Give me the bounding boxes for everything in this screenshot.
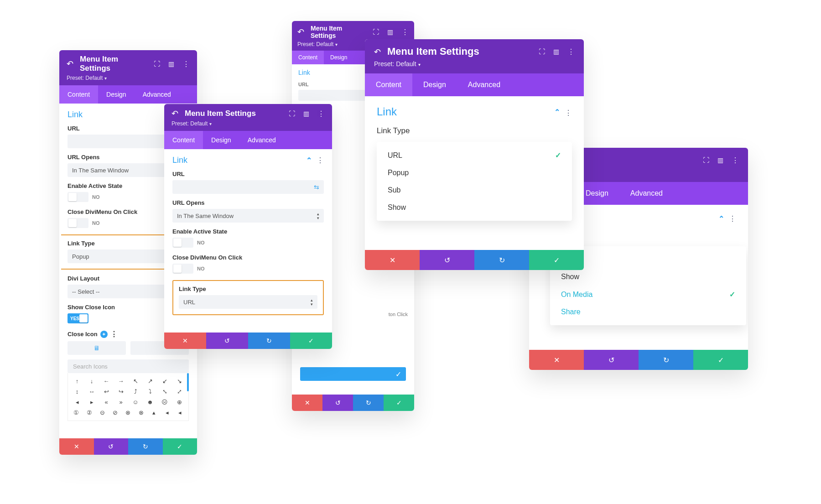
icon-cell[interactable]: ⊗ <box>123 409 133 416</box>
dropdown-item-show[interactable]: Show <box>377 199 572 216</box>
columns-icon[interactable] <box>168 60 174 68</box>
icon-cell[interactable]: ◂ <box>162 409 172 416</box>
enable-active-toggle[interactable]: NO <box>68 192 100 202</box>
icon-cell[interactable]: ⤵ <box>145 388 155 395</box>
icon-cell[interactable]: ① <box>71 409 81 416</box>
expand-icon[interactable] <box>373 28 379 36</box>
tab-content[interactable]: Content <box>59 85 98 104</box>
close-on-click-toggle[interactable]: NO <box>68 218 100 228</box>
undo-button[interactable] <box>584 350 639 370</box>
tab-advanced[interactable]: Advanced <box>619 182 674 205</box>
tab-content[interactable]: Content <box>292 51 324 64</box>
close-button[interactable] <box>59 438 94 455</box>
redo-button[interactable] <box>248 333 290 349</box>
dynamic-content-icon[interactable] <box>314 183 319 191</box>
expand-icon[interactable] <box>289 109 295 118</box>
kebab-icon[interactable] <box>317 156 324 165</box>
icon-cell[interactable]: ↩ <box>101 388 111 395</box>
undo-button[interactable] <box>94 438 129 455</box>
dropdown-item-popup[interactable]: Popup <box>377 164 572 182</box>
url-input[interactable] <box>172 180 324 194</box>
icon-cell[interactable]: ↖ <box>130 378 140 384</box>
icon-cell[interactable]: ↙ <box>160 378 170 384</box>
columns-icon[interactable] <box>717 156 723 164</box>
save-button[interactable] <box>384 395 414 411</box>
icon-cell[interactable]: ◂ <box>175 409 185 416</box>
kebab-icon[interactable] <box>732 156 739 165</box>
close-button[interactable] <box>164 333 206 349</box>
save-button[interactable] <box>290 333 332 349</box>
icon-cell[interactable]: ▴ <box>149 409 159 416</box>
close-button[interactable] <box>365 250 420 270</box>
tab-design[interactable]: Design <box>324 51 353 64</box>
preset-selector[interactable]: Preset: Default <box>374 60 421 68</box>
preset-selector[interactable]: Preset: Default <box>67 75 107 81</box>
redo-button[interactable] <box>128 438 163 455</box>
icon-cell[interactable]: → <box>116 378 126 384</box>
close-button[interactable] <box>529 350 584 370</box>
icon-cell[interactable]: ⊗ <box>136 409 146 416</box>
preset-selector[interactable]: Preset: Default <box>171 120 212 127</box>
icon-cell[interactable]: ↑ <box>72 378 82 384</box>
reset-style-icon[interactable] <box>100 331 108 338</box>
collapse-icon[interactable] <box>554 108 560 116</box>
tab-design[interactable]: Design <box>412 73 457 96</box>
dropdown-item-sub[interactable]: Sub <box>377 182 572 199</box>
dropdown-item-show[interactable]: Show <box>550 268 746 286</box>
redo-button[interactable] <box>474 250 529 270</box>
tab-design[interactable]: Design <box>98 85 135 104</box>
kebab-icon[interactable] <box>182 60 190 68</box>
tab-design[interactable]: Design <box>203 131 239 149</box>
dropdown-item-onmedia[interactable]: On Media <box>550 286 746 303</box>
icon-cell[interactable]: ⊝ <box>97 409 107 416</box>
tab-advanced[interactable]: Advanced <box>457 73 511 96</box>
tab-content[interactable]: Content <box>365 73 412 96</box>
link-type-select[interactable]: URL <box>179 295 317 309</box>
kebab-icon[interactable] <box>110 330 118 338</box>
icon-cell[interactable]: ⊘ <box>110 409 120 416</box>
undo-button[interactable] <box>322 395 353 411</box>
kebab-icon[interactable] <box>317 109 325 118</box>
expand-icon[interactable] <box>539 47 545 56</box>
icon-search-input[interactable]: Search Icons <box>68 359 189 373</box>
columns-icon[interactable] <box>387 28 393 36</box>
dropdown-item-url[interactable]: URL <box>377 146 572 164</box>
columns-icon[interactable] <box>553 47 559 56</box>
close-button[interactable] <box>292 395 322 411</box>
collapse-icon[interactable] <box>306 156 312 165</box>
section-link[interactable]: Link <box>377 105 572 118</box>
redo-button[interactable] <box>639 350 693 370</box>
icon-cell[interactable]: ⤴ <box>130 388 140 395</box>
kebab-icon[interactable] <box>565 105 572 118</box>
desktop-tab[interactable] <box>68 341 126 355</box>
icon-cell[interactable]: ☹ <box>160 399 170 405</box>
icon-cell[interactable]: ↘ <box>174 378 184 384</box>
icon-cell[interactable]: ⤡ <box>160 388 170 395</box>
icon-cell[interactable]: ↪ <box>116 388 126 395</box>
save-button[interactable] <box>693 350 748 370</box>
columns-icon[interactable] <box>303 109 309 118</box>
icon-cell[interactable]: ☺ <box>130 399 140 405</box>
undo-button[interactable] <box>206 333 248 349</box>
dropdown-item-share[interactable]: Share <box>550 303 746 321</box>
icon-cell[interactable]: ▸ <box>87 399 97 405</box>
icon-cell[interactable]: ↓ <box>87 378 97 384</box>
icon-cell[interactable]: ☻ <box>145 399 155 405</box>
icon-cell[interactable]: ② <box>84 409 94 416</box>
tab-advanced[interactable]: Advanced <box>135 85 179 104</box>
icon-cell[interactable]: ← <box>101 378 111 384</box>
expand-icon[interactable] <box>154 60 160 68</box>
undo-button[interactable] <box>420 250 474 270</box>
redo-button[interactable] <box>353 395 384 411</box>
icon-cell[interactable]: ⤢ <box>174 388 184 395</box>
icon-cell[interactable]: » <box>116 399 126 405</box>
icon-cell[interactable]: ◂ <box>72 399 82 405</box>
close-on-click-toggle[interactable]: NO <box>172 264 205 274</box>
back-icon[interactable] <box>297 27 304 37</box>
icon-cell[interactable]: ↔ <box>87 388 97 395</box>
save-button[interactable] <box>163 438 197 455</box>
back-icon[interactable] <box>67 59 73 69</box>
section-link[interactable]: Link <box>172 156 324 165</box>
kebab-icon[interactable] <box>401 28 409 36</box>
kebab-icon[interactable] <box>567 47 575 56</box>
